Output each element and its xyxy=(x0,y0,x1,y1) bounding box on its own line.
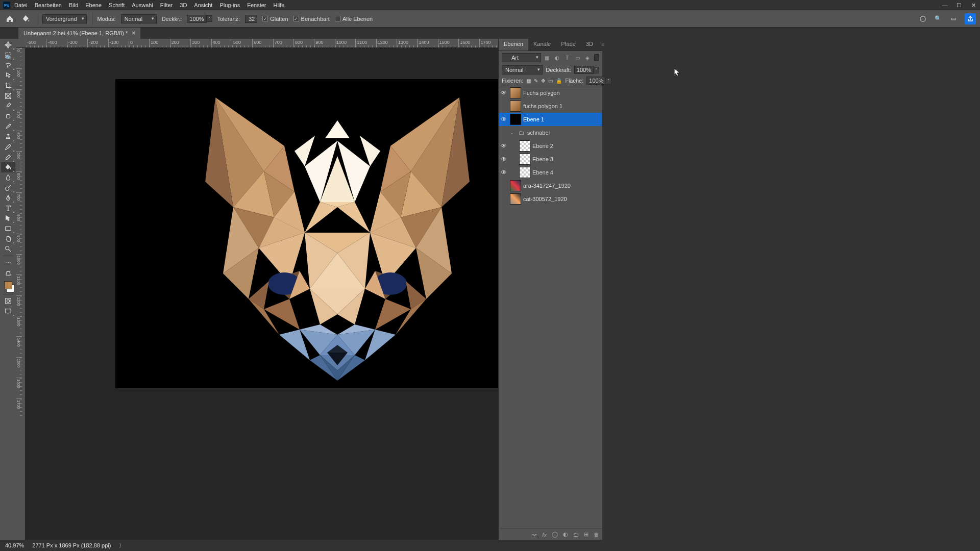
pen-tool[interactable] xyxy=(1,193,15,203)
foreground-color[interactable] xyxy=(4,281,12,289)
lock-all-icon[interactable]: 🔒 xyxy=(556,78,562,84)
cloud-icon[interactable]: ◯ xyxy=(919,15,927,23)
glaetten-checkbox[interactable]: ✓Glätten xyxy=(262,16,288,22)
eyedropper-tool[interactable] xyxy=(1,101,15,111)
fill-opacity-input[interactable]: 100%˅ xyxy=(586,77,611,85)
visibility-toggle[interactable]: 👁 xyxy=(500,169,508,176)
layer-name[interactable]: Ebene 3 xyxy=(532,156,553,162)
paint-bucket-tool[interactable] xyxy=(1,162,15,172)
adjustment-icon[interactable]: ◐ xyxy=(563,531,568,538)
layer-name[interactable]: fuchs polygon 1 xyxy=(523,103,562,109)
lock-trans-icon[interactable]: ▦ xyxy=(526,78,531,84)
layer-row[interactable]: fuchs polygon 1 xyxy=(499,99,602,113)
path-select-tool[interactable] xyxy=(1,213,15,223)
layer-name[interactable]: Ebene 4 xyxy=(532,169,553,176)
lasso-tool[interactable] xyxy=(1,60,15,70)
share-button[interactable] xyxy=(965,13,976,24)
more-tools[interactable]: ⋯ xyxy=(1,258,15,268)
home-button[interactable] xyxy=(4,13,15,24)
layer-name[interactable]: ara-3417247_1920 xyxy=(523,183,571,189)
lock-artboard-icon[interactable]: ▭ xyxy=(548,78,553,84)
type-tool[interactable] xyxy=(1,203,15,213)
status-arrow-icon[interactable]: 〉 xyxy=(119,542,125,549)
mask-icon[interactable]: ◯ xyxy=(552,531,558,538)
menu-schrift[interactable]: Schrift xyxy=(109,2,125,8)
minimize-button[interactable]: — xyxy=(941,2,948,9)
ruler-origin[interactable] xyxy=(16,39,26,48)
fill-mode-dropdown[interactable]: Vordergrund xyxy=(42,14,87,23)
tab-3d[interactable]: 3D xyxy=(581,39,598,51)
edit-toolbar[interactable] xyxy=(1,268,15,278)
tab-ebenen[interactable]: Ebenen xyxy=(499,39,528,51)
visibility-toggle[interactable]: 👁 xyxy=(500,89,508,96)
layer-name[interactable]: Ebene 2 xyxy=(532,143,553,149)
filter-adjust-icon[interactable]: ◐ xyxy=(553,54,560,61)
folder-caret[interactable]: ⌄ xyxy=(510,130,515,135)
deckkraft-input[interactable]: 100%˅ xyxy=(187,15,212,23)
layer-row[interactable]: 👁Fuchs polygon xyxy=(499,86,602,99)
filter-pixel-icon[interactable]: ▦ xyxy=(543,54,550,61)
menu-plugins[interactable]: Plug-ins xyxy=(219,2,240,8)
zoom-level[interactable]: 40,97% xyxy=(5,542,24,548)
fx-icon[interactable]: fx xyxy=(542,532,547,538)
layer-name[interactable]: cat-300572_1920 xyxy=(523,196,567,202)
menu-ansicht[interactable]: Ansicht xyxy=(194,2,212,8)
layer-name[interactable]: Ebene 1 xyxy=(523,116,544,122)
screen-mode-tool[interactable] xyxy=(1,306,15,316)
color-swatches[interactable] xyxy=(2,281,14,292)
visibility-toggle[interactable]: 👁 xyxy=(500,116,508,123)
tab-pfade[interactable]: Pfade xyxy=(556,39,581,51)
close-button[interactable]: ✕ xyxy=(970,2,977,9)
new-layer-icon[interactable]: ⊞ xyxy=(584,531,589,538)
workspace-icon[interactable]: ▭ xyxy=(949,15,958,23)
hand-tool[interactable] xyxy=(1,234,15,244)
document-tab[interactable]: Unbenannt-2 bei 41% (Ebene 1, RGB/8) * × xyxy=(18,28,140,39)
filter-toggle-icon[interactable] xyxy=(594,54,599,61)
alle-ebenen-checkbox[interactable]: Alle Ebenen xyxy=(335,16,373,22)
menu-hilfe[interactable]: Hilfe xyxy=(273,2,284,8)
group-icon[interactable]: 🗀 xyxy=(573,532,579,538)
layer-thumbnail[interactable] xyxy=(510,101,521,112)
move-tool[interactable] xyxy=(1,40,15,50)
search-icon[interactable]: 🔍 xyxy=(934,15,942,23)
layer-opacity-input[interactable]: 100%˅ xyxy=(574,66,599,74)
menu-filter[interactable]: Filter xyxy=(160,2,173,8)
menu-auswahl[interactable]: Auswahl xyxy=(132,2,153,8)
layer-row[interactable]: cat-300572_1920 xyxy=(499,192,602,206)
layer-name[interactable]: schnabel xyxy=(527,130,550,136)
layer-thumbnail[interactable] xyxy=(510,193,521,205)
modus-dropdown[interactable]: Normal xyxy=(121,14,157,23)
rectangle-tool[interactable] xyxy=(1,223,15,234)
visibility-toggle[interactable]: 👁 xyxy=(500,156,508,163)
dodge-tool[interactable] xyxy=(1,183,15,193)
layer-thumbnail[interactable] xyxy=(519,167,530,178)
quick-select-tool[interactable] xyxy=(1,70,15,81)
doc-dimensions[interactable]: 2771 Px x 1869 Px (182,88 ppi) xyxy=(32,542,111,548)
benachbart-checkbox[interactable]: ✓Benachbart xyxy=(293,16,330,22)
lock-paint-icon[interactable]: ✎ xyxy=(534,78,538,84)
zoom-tool[interactable] xyxy=(1,244,15,254)
menu-fenster[interactable]: Fenster xyxy=(247,2,266,8)
vertical-ruler[interactable]: 0100200300400500600700800900100011001200… xyxy=(16,48,26,540)
canvas[interactable]: -500-400-300-200-10001002003004005006007… xyxy=(16,39,498,540)
healing-tool[interactable] xyxy=(1,111,15,121)
layer-row[interactable]: ara-3417247_1920 xyxy=(499,179,602,192)
maximize-button[interactable]: ☐ xyxy=(955,2,963,9)
menu-bearbeiten[interactable]: Bearbeiten xyxy=(35,2,62,8)
layer-row[interactable]: 👁Ebene 4 xyxy=(499,166,602,179)
layer-row[interactable]: 👁Ebene 3 xyxy=(499,153,602,166)
panel-menu-icon[interactable]: ≡ xyxy=(598,39,607,51)
filter-type-icon[interactable]: T xyxy=(564,54,571,61)
visibility-toggle[interactable]: 👁 xyxy=(500,142,508,149)
layer-thumbnail[interactable] xyxy=(510,87,521,98)
blend-mode-dropdown[interactable]: Normal xyxy=(502,65,543,74)
toleranz-input[interactable]: 32 xyxy=(245,15,257,23)
layer-row[interactable]: ⌄🗀schnabel xyxy=(499,126,602,139)
filter-smart-icon[interactable]: ◈ xyxy=(584,54,591,61)
crop-tool[interactable] xyxy=(1,81,15,91)
filter-shape-icon[interactable]: ▭ xyxy=(574,54,581,61)
lock-pos-icon[interactable]: ✥ xyxy=(541,78,545,84)
tab-close-icon[interactable]: × xyxy=(132,30,135,37)
layer-thumbnail[interactable] xyxy=(519,140,530,152)
eraser-tool[interactable] xyxy=(1,152,15,162)
